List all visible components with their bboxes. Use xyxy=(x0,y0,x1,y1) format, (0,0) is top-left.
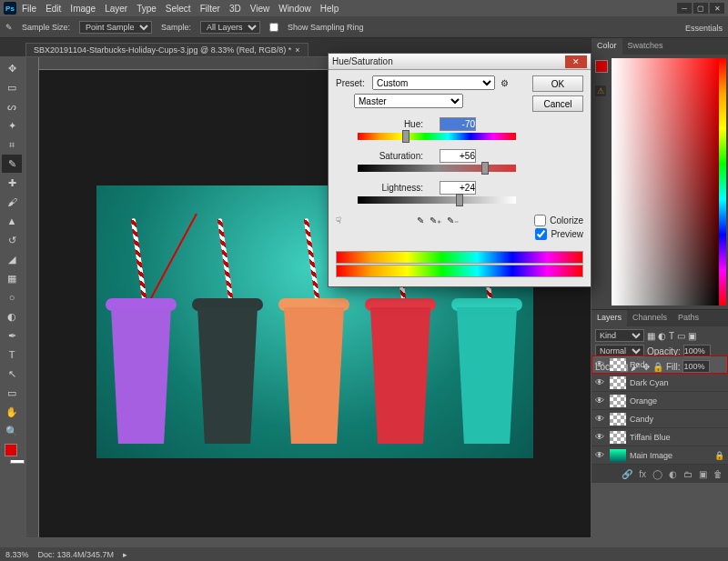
saturation-input[interactable] xyxy=(440,149,476,163)
stamp-tool[interactable]: ▲ xyxy=(2,212,22,230)
visibility-icon[interactable]: 👁 xyxy=(595,414,606,425)
zoom-level[interactable]: 8.33% xyxy=(5,550,29,559)
layer-row[interactable]: 👁 Main Image 🔒 xyxy=(592,446,728,465)
color-field[interactable] xyxy=(612,58,719,306)
lightness-slider[interactable] xyxy=(358,196,516,204)
saturation-slider[interactable] xyxy=(358,165,516,172)
hue-slider[interactable] xyxy=(358,133,516,140)
hand-tool[interactable]: ✋ xyxy=(2,403,22,421)
filter-shape-icon[interactable]: ▭ xyxy=(677,331,685,341)
link-layers-icon[interactable]: 🔗 xyxy=(622,469,632,479)
tab-layers[interactable]: Layers xyxy=(592,310,627,326)
visibility-icon[interactable]: 👁 xyxy=(595,450,606,461)
layer-mask-icon[interactable]: ◯ xyxy=(652,469,662,479)
layer-thumbnail[interactable] xyxy=(610,431,626,444)
visibility-icon[interactable]: 👁 xyxy=(595,359,606,370)
lasso-tool[interactable]: ᔕ xyxy=(2,97,22,115)
layer-row[interactable]: 👁 Candy xyxy=(592,410,728,428)
crop-tool[interactable]: ⌗ xyxy=(2,135,22,154)
adjustment-layer-icon[interactable]: ◐ xyxy=(669,469,677,479)
tab-paths[interactable]: Paths xyxy=(672,310,704,326)
menu-layer[interactable]: Layer xyxy=(105,4,127,14)
color-swatch[interactable] xyxy=(5,444,17,456)
sample-select[interactable]: All Layers xyxy=(200,21,260,34)
eyedropper-sub-icon[interactable]: ✎₋ xyxy=(447,215,459,225)
dodge-tool[interactable]: ◐ xyxy=(2,307,22,326)
dialog-title-bar[interactable]: Hue/Saturation ✕ xyxy=(329,54,591,70)
menu-select[interactable]: Select xyxy=(166,4,191,14)
layer-row[interactable]: 👁 Dark Cyan xyxy=(592,374,728,392)
menu-view[interactable]: View xyxy=(250,4,270,14)
blend-mode-select[interactable]: Normal xyxy=(595,345,644,357)
eraser-tool[interactable]: ◢ xyxy=(2,250,22,268)
opacity-input[interactable] xyxy=(683,345,711,357)
menu-3d[interactable]: 3D xyxy=(229,4,241,14)
menu-file[interactable]: File xyxy=(22,4,36,14)
doc-info-arrow-icon[interactable]: ▸ xyxy=(123,550,127,559)
menu-image[interactable]: Image xyxy=(70,4,96,14)
menu-window[interactable]: Window xyxy=(278,4,311,14)
hue-input[interactable] xyxy=(440,117,476,131)
zoom-tool[interactable]: 🔍 xyxy=(2,422,22,440)
cancel-button[interactable]: Cancel xyxy=(532,95,583,112)
filter-pixel-icon[interactable]: ▦ xyxy=(647,331,655,341)
close-window-button[interactable]: ✕ xyxy=(710,3,724,14)
lightness-input[interactable] xyxy=(440,181,476,195)
delete-layer-icon[interactable]: 🗑 xyxy=(713,469,723,479)
sample-size-select[interactable]: Point Sample xyxy=(79,21,152,34)
preview-checkbox[interactable] xyxy=(535,228,547,240)
visibility-icon[interactable]: 👁 xyxy=(595,396,606,406)
visibility-icon[interactable]: 👁 xyxy=(595,377,606,388)
pen-tool[interactable]: ✒ xyxy=(2,326,22,345)
type-tool[interactable]: T xyxy=(2,346,22,364)
minimize-button[interactable]: ─ xyxy=(677,3,692,14)
filter-type-icon[interactable]: T xyxy=(669,331,674,341)
layer-row[interactable]: 👁 Orange xyxy=(592,392,728,410)
layer-thumbnail[interactable] xyxy=(610,413,626,426)
fill-input[interactable] xyxy=(682,360,710,373)
menu-filter[interactable]: Filter xyxy=(200,4,220,14)
layer-group-icon[interactable]: 🗀 xyxy=(683,469,693,479)
history-brush-tool[interactable]: ↺ xyxy=(2,231,22,249)
filter-smart-icon[interactable]: ▣ xyxy=(688,331,696,341)
eyedropper-set-icon[interactable]: ✎ xyxy=(417,215,424,225)
layer-thumbnail[interactable] xyxy=(610,449,626,462)
layer-thumbnail[interactable] xyxy=(610,395,626,407)
marquee-tool[interactable]: ▭ xyxy=(2,78,22,96)
layer-style-icon[interactable]: fx xyxy=(639,469,646,479)
preset-gear-icon[interactable]: ⚙ xyxy=(500,78,509,88)
lock-all-icon[interactable]: 🔒 xyxy=(652,362,663,372)
shape-tool[interactable]: ▭ xyxy=(2,384,22,402)
tab-color[interactable]: Color xyxy=(592,38,622,55)
layer-thumbnail[interactable] xyxy=(610,376,626,389)
close-tab-icon[interactable]: × xyxy=(295,45,299,55)
heal-tool[interactable]: ✚ xyxy=(2,174,22,192)
hue-strip[interactable] xyxy=(719,58,726,306)
wand-tool[interactable]: ✦ xyxy=(2,116,22,135)
preset-select[interactable]: Custom xyxy=(372,75,495,90)
workspace-switcher[interactable]: Essentials xyxy=(685,24,723,33)
tab-swatches[interactable]: Swatches xyxy=(622,38,669,55)
gamut-warning-icon[interactable]: ⚠ xyxy=(595,85,606,96)
filter-adjust-icon[interactable]: ◐ xyxy=(658,331,666,341)
dialog-close-button[interactable]: ✕ xyxy=(565,55,587,68)
maximize-button[interactable]: ▢ xyxy=(693,3,708,14)
document-tab[interactable]: SBX20191104-Starbucks-Holiday-Cups-3.jpg… xyxy=(25,43,308,56)
move-tool[interactable]: ✥ xyxy=(2,59,22,77)
menu-help[interactable]: Help xyxy=(320,4,339,14)
path-tool[interactable]: ↖ xyxy=(2,365,22,383)
show-ring-checkbox[interactable] xyxy=(269,23,278,32)
blur-tool[interactable]: ○ xyxy=(2,288,22,306)
range-select[interactable]: Master xyxy=(354,94,463,108)
visibility-icon[interactable]: 👁 xyxy=(595,432,606,443)
ok-button[interactable]: OK xyxy=(532,75,583,92)
brush-tool[interactable]: 🖌 xyxy=(2,193,22,211)
tab-channels[interactable]: Channels xyxy=(627,310,672,326)
menu-type[interactable]: Type xyxy=(136,4,157,14)
foreground-color-swatch[interactable] xyxy=(595,60,608,73)
layer-thumbnail[interactable] xyxy=(610,358,626,371)
layer-row[interactable]: 👁 Tiffani Blue xyxy=(592,428,728,446)
eyedropper-tool[interactable]: ✎ xyxy=(2,155,22,173)
eyedropper-add-icon[interactable]: ✎₊ xyxy=(430,215,441,225)
new-layer-icon[interactable]: ▣ xyxy=(699,469,707,479)
